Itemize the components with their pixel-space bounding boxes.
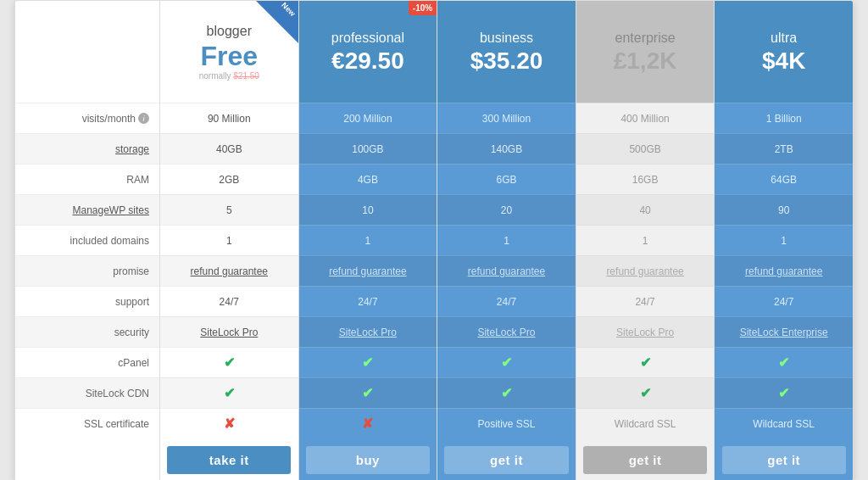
plan-col-business: business$35.20300 Million140GB6GB201refu… [437, 1, 576, 480]
check-icon: ✔ [778, 385, 789, 401]
label-siteLockCDN: SiteLock CDN [15, 377, 159, 408]
plan-btn-professional[interactable]: buy [306, 446, 430, 474]
label-storage: storage [15, 133, 159, 164]
plan-cell-business-security: SiteLock Pro [437, 316, 576, 347]
label-ssl: SSL certificate [15, 408, 159, 438]
plan-cell-ultra-visits: 1 Billion [715, 103, 853, 133]
plan-footer-business: get it [437, 438, 576, 480]
plan-col-blogger: NewbloggerFreenormally $21.5090 Million4… [159, 1, 298, 480]
label-column: visits/monthistorageRAMManageWP sitesinc… [15, 1, 159, 480]
plan-col-enterprise: enterprise£1,2K400 Million500GB16GB401re… [576, 1, 715, 480]
plan-cell-professional-storage: 100GB [299, 133, 437, 164]
check-icon: ✔ [778, 354, 789, 371]
plan-footer-professional: buy [299, 438, 437, 480]
plan-cell-business-promise: refund guarantee [437, 255, 576, 286]
plan-name-ultra: ultra [771, 31, 797, 46]
plan-cell-ultra-ssl: Wildcard SSL [715, 408, 853, 438]
plan-cell-professional-cpanel: ✔ [299, 347, 437, 377]
plan-cell-business-cpanel: ✔ [437, 347, 576, 377]
plan-cell-blogger-siteLockCDN: ✔ [160, 377, 298, 408]
plan-cell-ultra-managewp: 90 [715, 194, 853, 225]
badge-discount-professional: -10% [409, 1, 437, 15]
plan-cell-ultra-cpanel: ✔ [715, 347, 853, 377]
label-promise: promise [15, 255, 159, 286]
plan-cell-enterprise-cpanel: ✔ [576, 347, 715, 377]
plan-cell-business-domains: 1 [437, 225, 576, 255]
plan-cell-business-siteLockCDN: ✔ [437, 377, 576, 408]
plan-btn-ultra[interactable]: get it [722, 446, 846, 474]
plan-cell-blogger-ssl: ✘ [160, 408, 298, 438]
plan-cell-enterprise-ram: 16GB [576, 164, 715, 194]
check-icon: ✔ [224, 354, 235, 371]
plan-cell-ultra-promise: refund guarantee [715, 255, 853, 286]
plan-header-professional: -10%professional€29.50 [299, 1, 437, 103]
plan-cell-enterprise-siteLockCDN: ✔ [576, 377, 715, 408]
check-icon: ✔ [501, 354, 512, 371]
label-header [15, 1, 159, 103]
check-icon: ✔ [362, 354, 373, 371]
plan-cell-ultra-storage: 2TB [715, 133, 853, 164]
plan-cell-blogger-managewp: 5 [160, 194, 298, 225]
plan-cell-business-storage: 140GB [437, 133, 576, 164]
plan-cell-enterprise-storage: 500GB [576, 133, 715, 164]
plan-cell-professional-siteLockCDN: ✔ [299, 377, 437, 408]
plan-cell-enterprise-security: SiteLock Pro [576, 316, 715, 347]
plan-name-professional: professional [331, 31, 404, 46]
plan-cell-ultra-security: SiteLock Enterprise [715, 316, 853, 347]
plan-cell-professional-managewp: 10 [299, 194, 437, 225]
plan-cell-blogger-promise: refund guarantee [160, 255, 298, 286]
plan-price-ultra: $4K [762, 49, 805, 73]
plan-cell-business-ram: 6GB [437, 164, 576, 194]
plan-cell-professional-support: 24/7 [299, 286, 437, 316]
check-icon: ✔ [362, 385, 373, 401]
plan-cell-business-managewp: 20 [437, 194, 576, 225]
pricing-table: visits/monthistorageRAMManageWP sitesinc… [14, 0, 854, 480]
check-icon: ✔ [501, 385, 512, 401]
plan-cell-enterprise-support: 24/7 [576, 286, 715, 316]
plan-cell-enterprise-visits: 400 Million [576, 103, 715, 133]
plan-cell-business-support: 24/7 [437, 286, 576, 316]
plan-cell-blogger-visits: 90 Million [160, 103, 298, 133]
plan-cell-enterprise-promise: refund guarantee [576, 255, 715, 286]
plan-cell-ultra-ram: 64GB [715, 164, 853, 194]
plan-header-enterprise: enterprise£1,2K [576, 1, 715, 103]
cross-icon: ✘ [224, 416, 235, 432]
plan-cell-ultra-support: 24/7 [715, 286, 853, 316]
label-ram: RAM [15, 164, 159, 194]
plan-subtitle-blogger: normally $21.50 [199, 71, 259, 81]
plan-cell-professional-ram: 4GB [299, 164, 437, 194]
plan-name-business: business [480, 31, 533, 46]
plan-cell-professional-promise: refund guarantee [299, 255, 437, 286]
plan-cell-professional-ssl: ✘ [299, 408, 437, 438]
plan-btn-blogger[interactable]: take it [167, 446, 291, 474]
label-cpanel: cPanel [15, 347, 159, 377]
plan-cell-professional-visits: 200 Million [299, 103, 437, 133]
label-support: support [15, 286, 159, 316]
plan-cell-ultra-domains: 1 [715, 225, 853, 255]
cross-icon: ✘ [362, 416, 373, 432]
plan-footer-ultra: get it [715, 438, 853, 480]
plan-header-business: business$35.20 [437, 1, 576, 103]
plan-cell-enterprise-managewp: 40 [576, 194, 715, 225]
label-domains: included domains [15, 225, 159, 255]
plan-cell-professional-security: SiteLock Pro [299, 316, 437, 347]
plan-col-ultra: ultra$4K1 Billion2TB64GB901refund guaran… [714, 1, 853, 480]
plan-header-ultra: ultra$4K [715, 1, 853, 103]
plan-price-blogger: Free [201, 42, 259, 70]
plan-price-professional: €29.50 [331, 49, 404, 73]
plan-name-blogger: blogger [207, 24, 252, 39]
plan-price-enterprise: £1,2K [614, 49, 677, 73]
check-icon: ✔ [224, 385, 235, 401]
label-footer [15, 438, 159, 480]
plan-price-business: $35.20 [470, 49, 543, 73]
label-visits: visits/monthi [15, 103, 159, 133]
info-icon[interactable]: i [138, 113, 149, 124]
plan-name-enterprise: enterprise [615, 31, 676, 46]
plan-footer-blogger: take it [160, 438, 298, 480]
plan-cell-business-visits: 300 Million [437, 103, 576, 133]
plan-btn-business[interactable]: get it [444, 446, 568, 474]
plan-cell-professional-domains: 1 [299, 225, 437, 255]
plan-btn-enterprise[interactable]: get it [583, 446, 707, 474]
plan-col-professional: -10%professional€29.50200 Million100GB4G… [298, 1, 437, 480]
plan-cell-ultra-siteLockCDN: ✔ [715, 377, 853, 408]
